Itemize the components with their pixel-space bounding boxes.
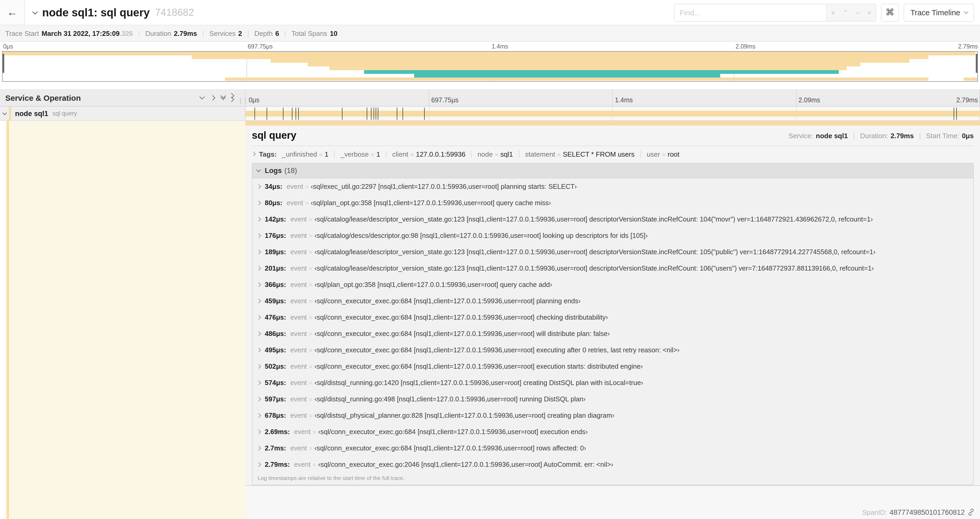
log-marker-tick[interactable] [283, 108, 283, 120]
tag-item[interactable]: node=sql1 [477, 150, 513, 158]
log-field-value: ‹sql/conn_executor_exec.go:684 [nsql1,cl… [318, 428, 588, 436]
trace-title-chevron-down-icon[interactable] [32, 9, 38, 14]
tag-value: sql1 [500, 150, 513, 158]
tag-item[interactable]: user=root [647, 150, 679, 158]
minimap-axis-tick-label: 0μs [3, 43, 13, 50]
left-gutter [0, 121, 5, 519]
span-name-cell[interactable]: node sql1 sql query [0, 107, 245, 120]
log-marker-tick[interactable] [424, 108, 425, 120]
log-row[interactable]: 502μs:event=‹sql/conn_executor_exec.go:6… [252, 358, 973, 374]
deep-link-icon[interactable] [967, 508, 975, 516]
log-marker-tick[interactable] [292, 108, 293, 120]
log-row[interactable]: 142μs:event=‹sql/catalog/lease/descripto… [252, 211, 973, 227]
log-timestamp: 502μs: [265, 363, 286, 370]
clear-find-icon[interactable]: × [867, 9, 872, 16]
log-marker-tick[interactable] [371, 108, 372, 120]
log-marker-tick[interactable] [342, 108, 342, 120]
log-row[interactable]: 459μs:event=‹sql/conn_executor_exec.go:6… [252, 293, 973, 309]
minimap-right-scrubber-handle[interactable] [976, 54, 977, 73]
keyboard-shortcuts-button[interactable]: ⌘ [881, 3, 899, 21]
log-row[interactable]: 201μs:event=‹sql/catalog/lease/descripto… [252, 260, 973, 276]
log-row[interactable]: 2.79ms:event=‹sql/conn_executor_exec.go:… [252, 456, 973, 473]
log-marker-tick[interactable] [373, 108, 374, 120]
next-match-icon[interactable] [856, 11, 860, 13]
log-field-key: event [290, 264, 307, 272]
log-field-key: event [290, 346, 307, 354]
summary-value: 0μs [962, 132, 974, 139]
log-row[interactable]: 2.7ms:event=‹sql/conn_executor_exec.go:6… [252, 440, 973, 456]
expand-all-icon[interactable] [232, 94, 234, 101]
log-row[interactable]: 2.69ms:event=‹sql/conn_executor_exec.go:… [252, 423, 973, 440]
tag-item[interactable]: _verbose=1 [340, 150, 380, 158]
tag-key: client [392, 150, 408, 158]
find-input[interactable] [675, 4, 826, 21]
tag-key: user [647, 150, 660, 158]
log-marker-tick[interactable] [956, 108, 957, 120]
log-marker-tick[interactable] [397, 108, 397, 120]
log-row[interactable]: 574μs:event=‹sql/distsql_running.go:1420… [252, 374, 973, 391]
tag-item[interactable]: statement=SELECT * FROM users [525, 150, 635, 158]
log-marker-tick[interactable] [254, 108, 255, 120]
log-row[interactable]: 80μs:event=‹sql/plan_opt.go:358 [nsql1,c… [252, 195, 973, 211]
log-field-value: ‹sql/exec_util.go:2297 [nsql1,client=127… [310, 182, 577, 190]
chevron-down-icon [964, 10, 968, 14]
log-row[interactable]: 486μs:event=‹sql/conn_executor_exec.go:6… [252, 326, 973, 342]
summary-label: Start Time: [926, 132, 959, 139]
minimap-canvas[interactable] [2, 51, 978, 82]
span-graph-cell[interactable] [245, 107, 980, 120]
log-marker-tick[interactable] [954, 108, 954, 120]
tag-item[interactable]: _unfinished=1 [282, 150, 328, 158]
logs-header[interactable]: Logs (18) [252, 163, 973, 178]
log-row[interactable]: 176μs:event=‹sql/catalog/descs/descripto… [252, 227, 973, 244]
tags-row[interactable]: Tags: _unfinished=1_verbose=1client=127.… [252, 146, 974, 162]
trace-id: 7418682 [155, 6, 194, 18]
separator: | [919, 132, 921, 139]
collapse-all-icon[interactable] [221, 96, 225, 99]
prev-match-icon[interactable]: ⌃ [843, 9, 848, 16]
tag-equals: = [371, 151, 374, 157]
tag-equals: = [319, 151, 323, 157]
log-marker-tick[interactable] [299, 108, 299, 120]
log-marker-tick[interactable] [375, 108, 376, 120]
log-marker-tick[interactable] [378, 108, 378, 120]
log-marker-tick[interactable] [267, 108, 267, 120]
focus-match-icon[interactable]: ⌖ [831, 9, 835, 16]
log-chevron-right-icon [256, 397, 261, 401]
tag-item[interactable]: client=127.0.0.1:59936 [392, 150, 466, 158]
log-chevron-right-icon [256, 332, 261, 336]
log-timestamp: 495μs: [265, 346, 286, 354]
log-equals: = [309, 314, 312, 320]
log-chevron-right-icon [256, 250, 261, 254]
span-id-value: 4877749850101760812 [889, 508, 965, 516]
log-row[interactable]: 476μs:event=‹sql/conn_executor_exec.go:6… [252, 309, 973, 326]
trace-info-label: Duration [145, 29, 171, 37]
log-equals: = [309, 445, 312, 451]
expand-one-icon[interactable] [211, 96, 215, 99]
trace-info-suffix: .326 [119, 29, 133, 37]
span-row[interactable]: node sql1 sql query [0, 107, 980, 121]
back-button[interactable]: ← [0, 0, 25, 25]
log-timestamp: 366μs: [265, 281, 286, 289]
log-marker-tick[interactable] [403, 108, 403, 120]
log-row[interactable]: 34μs:event=‹sql/exec_util.go:2297 [nsql1… [252, 178, 973, 195]
log-equals: = [309, 232, 312, 239]
log-row[interactable]: 597μs:event=‹sql/distsql_running.go:498 … [252, 391, 973, 407]
view-selector-dropdown[interactable]: Trace Timeline [904, 3, 974, 21]
trace-info-item: Depth6 [255, 29, 279, 37]
log-row[interactable]: 678μs:event=‹sql/distsql_physical_planne… [252, 407, 973, 423]
tag-key: node [477, 150, 493, 158]
log-equals: = [305, 183, 309, 190]
collapse-one-icon[interactable] [200, 96, 204, 99]
log-row[interactable]: 366μs:event=‹sql/plan_opt.go:358 [nsql1,… [252, 276, 973, 293]
trace-info-item: Total Spans10 [291, 29, 337, 37]
log-row[interactable]: 495μs:event=‹sql/conn_executor_exec.go:6… [252, 342, 973, 358]
trace-info-label: Depth [255, 29, 273, 37]
minimap-span-bar [3, 52, 975, 55]
log-row[interactable]: 189μs:event=‹sql/catalog/lease/descripto… [252, 244, 973, 260]
logs-accordion: Logs (18) 34μs:event=‹sql/exec_util.go:2… [252, 163, 974, 485]
span-duration-bar[interactable] [245, 111, 980, 117]
log-marker-tick[interactable] [367, 108, 367, 120]
minimap-left-scrubber-handle[interactable] [3, 54, 4, 73]
span-children-chevron-icon[interactable] [3, 110, 7, 115]
log-marker-tick[interactable] [296, 108, 296, 120]
